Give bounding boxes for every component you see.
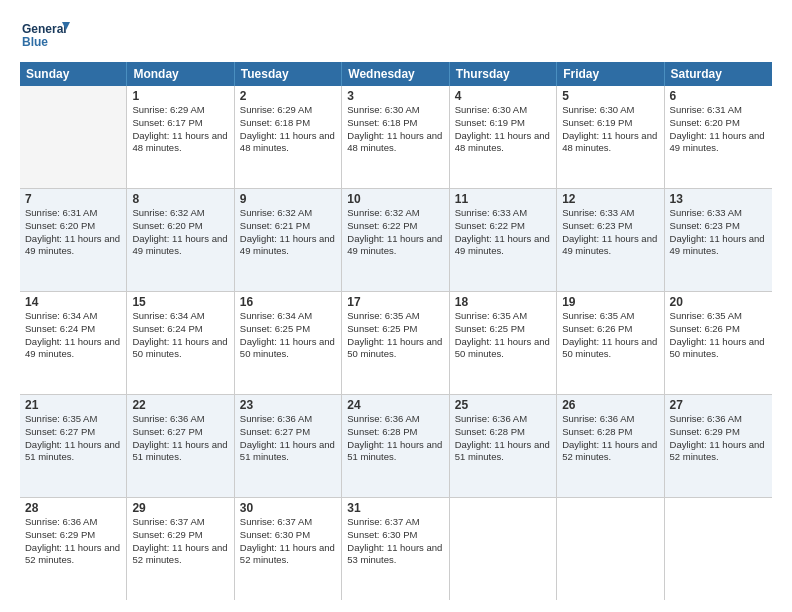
cell-info: Sunrise: 6:37 AMSunset: 6:30 PMDaylight:… bbox=[347, 516, 443, 567]
cell-info: Sunrise: 6:36 AMSunset: 6:27 PMDaylight:… bbox=[240, 413, 336, 464]
day-number: 12 bbox=[562, 192, 658, 206]
day-number: 26 bbox=[562, 398, 658, 412]
header-cell-saturday: Saturday bbox=[665, 62, 772, 86]
calendar-cell bbox=[20, 86, 127, 188]
cell-info: Sunrise: 6:34 AMSunset: 6:24 PMDaylight:… bbox=[132, 310, 228, 361]
calendar-row-0: 1Sunrise: 6:29 AMSunset: 6:17 PMDaylight… bbox=[20, 86, 772, 189]
cell-info: Sunrise: 6:30 AMSunset: 6:18 PMDaylight:… bbox=[347, 104, 443, 155]
day-number: 10 bbox=[347, 192, 443, 206]
calendar-cell: 30Sunrise: 6:37 AMSunset: 6:30 PMDayligh… bbox=[235, 498, 342, 600]
cell-info: Sunrise: 6:32 AMSunset: 6:20 PMDaylight:… bbox=[132, 207, 228, 258]
cell-info: Sunrise: 6:37 AMSunset: 6:29 PMDaylight:… bbox=[132, 516, 228, 567]
calendar-cell: 28Sunrise: 6:36 AMSunset: 6:29 PMDayligh… bbox=[20, 498, 127, 600]
calendar-cell: 31Sunrise: 6:37 AMSunset: 6:30 PMDayligh… bbox=[342, 498, 449, 600]
header: General Blue bbox=[20, 18, 772, 54]
calendar-cell: 2Sunrise: 6:29 AMSunset: 6:18 PMDaylight… bbox=[235, 86, 342, 188]
day-number: 29 bbox=[132, 501, 228, 515]
calendar: SundayMondayTuesdayWednesdayThursdayFrid… bbox=[20, 62, 772, 600]
day-number: 31 bbox=[347, 501, 443, 515]
cell-info: Sunrise: 6:33 AMSunset: 6:23 PMDaylight:… bbox=[562, 207, 658, 258]
calendar-cell: 10Sunrise: 6:32 AMSunset: 6:22 PMDayligh… bbox=[342, 189, 449, 291]
cell-info: Sunrise: 6:30 AMSunset: 6:19 PMDaylight:… bbox=[562, 104, 658, 155]
cell-info: Sunrise: 6:31 AMSunset: 6:20 PMDaylight:… bbox=[25, 207, 121, 258]
cell-info: Sunrise: 6:35 AMSunset: 6:26 PMDaylight:… bbox=[670, 310, 767, 361]
calendar-cell: 27Sunrise: 6:36 AMSunset: 6:29 PMDayligh… bbox=[665, 395, 772, 497]
calendar-cell: 24Sunrise: 6:36 AMSunset: 6:28 PMDayligh… bbox=[342, 395, 449, 497]
calendar-cell: 6Sunrise: 6:31 AMSunset: 6:20 PMDaylight… bbox=[665, 86, 772, 188]
day-number: 6 bbox=[670, 89, 767, 103]
day-number: 30 bbox=[240, 501, 336, 515]
calendar-header-row: SundayMondayTuesdayWednesdayThursdayFrid… bbox=[20, 62, 772, 86]
day-number: 9 bbox=[240, 192, 336, 206]
calendar-cell: 18Sunrise: 6:35 AMSunset: 6:25 PMDayligh… bbox=[450, 292, 557, 394]
day-number: 25 bbox=[455, 398, 551, 412]
calendar-cell: 3Sunrise: 6:30 AMSunset: 6:18 PMDaylight… bbox=[342, 86, 449, 188]
day-number: 21 bbox=[25, 398, 121, 412]
calendar-cell: 13Sunrise: 6:33 AMSunset: 6:23 PMDayligh… bbox=[665, 189, 772, 291]
day-number: 16 bbox=[240, 295, 336, 309]
cell-info: Sunrise: 6:31 AMSunset: 6:20 PMDaylight:… bbox=[670, 104, 767, 155]
logo: General Blue bbox=[20, 18, 70, 54]
cell-info: Sunrise: 6:36 AMSunset: 6:29 PMDaylight:… bbox=[670, 413, 767, 464]
calendar-cell bbox=[450, 498, 557, 600]
day-number: 18 bbox=[455, 295, 551, 309]
calendar-cell: 5Sunrise: 6:30 AMSunset: 6:19 PMDaylight… bbox=[557, 86, 664, 188]
calendar-row-1: 7Sunrise: 6:31 AMSunset: 6:20 PMDaylight… bbox=[20, 189, 772, 292]
cell-info: Sunrise: 6:32 AMSunset: 6:21 PMDaylight:… bbox=[240, 207, 336, 258]
day-number: 17 bbox=[347, 295, 443, 309]
calendar-cell: 1Sunrise: 6:29 AMSunset: 6:17 PMDaylight… bbox=[127, 86, 234, 188]
cell-info: Sunrise: 6:34 AMSunset: 6:25 PMDaylight:… bbox=[240, 310, 336, 361]
day-number: 7 bbox=[25, 192, 121, 206]
cell-info: Sunrise: 6:35 AMSunset: 6:25 PMDaylight:… bbox=[455, 310, 551, 361]
day-number: 19 bbox=[562, 295, 658, 309]
header-cell-sunday: Sunday bbox=[20, 62, 127, 86]
logo-svg: General Blue bbox=[20, 18, 70, 54]
day-number: 5 bbox=[562, 89, 658, 103]
calendar-row-2: 14Sunrise: 6:34 AMSunset: 6:24 PMDayligh… bbox=[20, 292, 772, 395]
day-number: 13 bbox=[670, 192, 767, 206]
calendar-cell: 21Sunrise: 6:35 AMSunset: 6:27 PMDayligh… bbox=[20, 395, 127, 497]
calendar-cell: 22Sunrise: 6:36 AMSunset: 6:27 PMDayligh… bbox=[127, 395, 234, 497]
calendar-row-3: 21Sunrise: 6:35 AMSunset: 6:27 PMDayligh… bbox=[20, 395, 772, 498]
day-number: 14 bbox=[25, 295, 121, 309]
day-number: 27 bbox=[670, 398, 767, 412]
cell-info: Sunrise: 6:36 AMSunset: 6:27 PMDaylight:… bbox=[132, 413, 228, 464]
calendar-cell: 4Sunrise: 6:30 AMSunset: 6:19 PMDaylight… bbox=[450, 86, 557, 188]
day-number: 4 bbox=[455, 89, 551, 103]
day-number: 8 bbox=[132, 192, 228, 206]
cell-info: Sunrise: 6:29 AMSunset: 6:17 PMDaylight:… bbox=[132, 104, 228, 155]
cell-info: Sunrise: 6:35 AMSunset: 6:26 PMDaylight:… bbox=[562, 310, 658, 361]
header-cell-tuesday: Tuesday bbox=[235, 62, 342, 86]
calendar-cell: 17Sunrise: 6:35 AMSunset: 6:25 PMDayligh… bbox=[342, 292, 449, 394]
cell-info: Sunrise: 6:34 AMSunset: 6:24 PMDaylight:… bbox=[25, 310, 121, 361]
calendar-cell: 25Sunrise: 6:36 AMSunset: 6:28 PMDayligh… bbox=[450, 395, 557, 497]
calendar-cell: 14Sunrise: 6:34 AMSunset: 6:24 PMDayligh… bbox=[20, 292, 127, 394]
cell-info: Sunrise: 6:36 AMSunset: 6:28 PMDaylight:… bbox=[347, 413, 443, 464]
day-number: 15 bbox=[132, 295, 228, 309]
calendar-cell: 12Sunrise: 6:33 AMSunset: 6:23 PMDayligh… bbox=[557, 189, 664, 291]
calendar-cell: 29Sunrise: 6:37 AMSunset: 6:29 PMDayligh… bbox=[127, 498, 234, 600]
cell-info: Sunrise: 6:35 AMSunset: 6:25 PMDaylight:… bbox=[347, 310, 443, 361]
calendar-cell: 26Sunrise: 6:36 AMSunset: 6:28 PMDayligh… bbox=[557, 395, 664, 497]
header-cell-friday: Friday bbox=[557, 62, 664, 86]
calendar-row-4: 28Sunrise: 6:36 AMSunset: 6:29 PMDayligh… bbox=[20, 498, 772, 600]
svg-text:General: General bbox=[22, 22, 67, 36]
day-number: 20 bbox=[670, 295, 767, 309]
day-number: 11 bbox=[455, 192, 551, 206]
calendar-cell bbox=[665, 498, 772, 600]
cell-info: Sunrise: 6:37 AMSunset: 6:30 PMDaylight:… bbox=[240, 516, 336, 567]
svg-text:Blue: Blue bbox=[22, 35, 48, 49]
calendar-cell: 19Sunrise: 6:35 AMSunset: 6:26 PMDayligh… bbox=[557, 292, 664, 394]
day-number: 1 bbox=[132, 89, 228, 103]
cell-info: Sunrise: 6:33 AMSunset: 6:22 PMDaylight:… bbox=[455, 207, 551, 258]
calendar-cell bbox=[557, 498, 664, 600]
day-number: 2 bbox=[240, 89, 336, 103]
header-cell-wednesday: Wednesday bbox=[342, 62, 449, 86]
calendar-cell: 8Sunrise: 6:32 AMSunset: 6:20 PMDaylight… bbox=[127, 189, 234, 291]
cell-info: Sunrise: 6:33 AMSunset: 6:23 PMDaylight:… bbox=[670, 207, 767, 258]
cell-info: Sunrise: 6:35 AMSunset: 6:27 PMDaylight:… bbox=[25, 413, 121, 464]
calendar-cell: 15Sunrise: 6:34 AMSunset: 6:24 PMDayligh… bbox=[127, 292, 234, 394]
cell-info: Sunrise: 6:36 AMSunset: 6:29 PMDaylight:… bbox=[25, 516, 121, 567]
day-number: 28 bbox=[25, 501, 121, 515]
day-number: 24 bbox=[347, 398, 443, 412]
